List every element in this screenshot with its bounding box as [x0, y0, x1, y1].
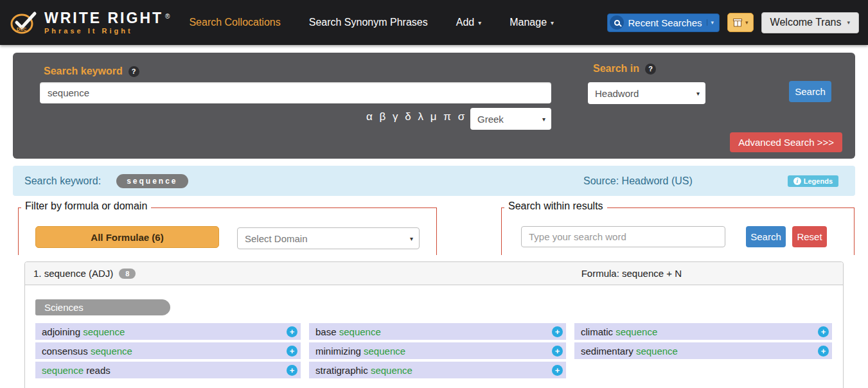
collocation-keyword: sequence [364, 346, 405, 357]
nav-add-menu[interactable]: Add ▾ [456, 17, 482, 28]
collocation-item[interactable]: climatic sequence + [574, 323, 832, 340]
add-collocation-button[interactable]: + [818, 326, 829, 337]
collocation-phrase: adjoining sequence [42, 326, 125, 337]
collocation-item[interactable]: sequence reads + [35, 362, 301, 378]
collocation-item[interactable]: adjoining sequence + [35, 323, 301, 340]
reset-button[interactable]: Reset [792, 226, 827, 247]
help-icon[interactable]: ? [128, 66, 139, 77]
collocation-pre: base [315, 326, 339, 337]
results-container: 1. sequence (ADJ) 8 Formula: sequence + … [24, 261, 844, 388]
search-in-label: Search in [593, 63, 639, 75]
brand-subtitle: Phrase It Right [44, 28, 170, 35]
charset-select-value: Greek [477, 114, 504, 125]
collocation-item[interactable]: sedimentary sequence + [574, 342, 832, 359]
search-in-select-value: Headword [595, 88, 639, 99]
package-menu-button[interactable]: ▾ [727, 13, 754, 32]
result-keyword-label: Search keyword: [24, 175, 101, 187]
filter-section: Filter by formula or domain All Formulae… [13, 201, 855, 258]
collocation-keyword: sequence [616, 326, 657, 337]
caret-down-icon: ▾ [745, 19, 748, 26]
brand-title: WRITE RIGHT [44, 10, 163, 26]
filter-group-label: Filter by formula or domain [21, 200, 151, 212]
add-collocation-button[interactable]: + [552, 326, 563, 337]
search-keyword-label-row: Search keyword ? [44, 66, 139, 77]
search-in-select[interactable]: Headword ▾ [588, 82, 705, 104]
top-right-controls: Recent Searches ▾ ▾ Welcome Trans ▾ [607, 12, 859, 33]
result-info-bar: Search keyword: sequence Source: Headwor… [13, 166, 855, 196]
help-icon[interactable]: ? [645, 64, 656, 75]
recent-searches-label: Recent Searches [628, 17, 702, 28]
recent-searches-button[interactable]: Recent Searches ▾ [607, 13, 720, 32]
advanced-search-button[interactable]: Advanced Search >>> [730, 132, 842, 152]
caret-down-icon: ▾ [847, 19, 850, 26]
add-collocation-button[interactable]: + [552, 346, 563, 357]
collocation-keyword: sequence [636, 346, 678, 357]
collocation-phrase: sequence reads [42, 365, 111, 376]
collocation-post: reads [84, 365, 111, 376]
legends-button[interactable]: i Legends [788, 175, 838, 187]
collocation-keyword: sequence [42, 365, 84, 376]
caret-down-icon: ▾ [478, 19, 481, 26]
logo-check-icon: DCC [9, 10, 39, 35]
search-icon [610, 15, 624, 30]
results-group-title: 1. sequence (ADJ) [33, 268, 113, 279]
caret-down-icon: ▾ [551, 19, 554, 26]
search-panel: Search keyword ? α β γ δ λ μ π σ ω Greek… [13, 53, 855, 159]
caret-down-icon: ▾ [707, 19, 714, 26]
filter-by-formula-group: Filter by formula or domain All Formulae… [18, 207, 437, 255]
add-collocation-button[interactable]: + [552, 365, 563, 376]
collocation-keyword: sequence [83, 326, 125, 337]
package-icon [732, 17, 743, 28]
collocation-pre: adjoining [42, 326, 83, 337]
collocation-grid: adjoining sequence + base sequence + cli… [35, 323, 833, 378]
top-navigation-bar: DCC WRITE RIGHT® Phrase It Right Search … [0, 0, 868, 45]
collocation-phrase: base sequence [315, 326, 381, 337]
source-text: Source: Headword (US) [583, 175, 693, 187]
collocation-phrase: climatic sequence [581, 326, 657, 337]
collocation-item[interactable]: minimizing sequence + [309, 342, 566, 359]
search-within-label: Search within results [504, 200, 607, 212]
nav-label: Search Synonym Phrases [309, 17, 428, 28]
add-collocation-button[interactable]: + [818, 346, 829, 357]
collocation-pre: consensus [42, 346, 91, 357]
search-within-input[interactable] [521, 226, 725, 247]
add-collocation-button[interactable]: + [287, 346, 297, 357]
collocation-phrase: stratigraphic sequence [315, 365, 412, 376]
nav-search-synonym-phrases[interactable]: Search Synonym Phrases [309, 17, 428, 28]
search-keyword-label: Search keyword [44, 66, 123, 77]
nav-manage-menu[interactable]: Manage ▾ [509, 17, 554, 28]
domain-select[interactable]: Select Domain ▾ [237, 227, 420, 249]
greek-letter-buttons[interactable]: α β γ δ λ μ π σ ω [366, 110, 482, 123]
welcome-label: Welcome Trans [770, 17, 842, 28]
collocation-phrase: minimizing sequence [315, 346, 405, 357]
main-nav: Search Collocations Search Synonym Phras… [189, 17, 554, 28]
search-button[interactable]: Search [789, 81, 831, 102]
keyword-input[interactable] [40, 82, 551, 103]
keyword-badge: sequence [116, 174, 188, 188]
search-within-results-group: Search within results Search Reset [501, 207, 855, 255]
collocation-phrase: consensus sequence [42, 346, 132, 357]
nav-search-collocations[interactable]: Search Collocations [189, 17, 280, 28]
charset-select[interactable]: Greek ▾ [470, 108, 551, 130]
all-formulae-button[interactable]: All Formulae (6) [35, 226, 219, 248]
search-within-button[interactable]: Search [746, 226, 786, 247]
welcome-user-menu[interactable]: Welcome Trans ▾ [761, 12, 859, 33]
search-in-label-row: Search in ? [593, 63, 656, 75]
collocation-keyword: sequence [91, 346, 132, 357]
brand-logo[interactable]: DCC WRITE RIGHT® Phrase It Right [9, 10, 170, 35]
caret-down-icon: ▾ [542, 116, 545, 123]
collocation-item[interactable]: stratigraphic sequence + [309, 362, 566, 378]
nav-label: Manage [509, 17, 547, 28]
brand-text: WRITE RIGHT® Phrase It Right [44, 10, 170, 35]
registered-mark: ® [165, 13, 170, 20]
add-collocation-button[interactable]: + [287, 326, 297, 337]
nav-label: Search Collocations [189, 17, 280, 28]
info-icon: i [793, 177, 801, 185]
collocation-item[interactable]: consensus sequence + [35, 342, 301, 359]
collocation-item[interactable]: base sequence + [309, 323, 566, 340]
domain-select-value: Select Domain [245, 233, 308, 244]
caret-down-icon: ▾ [696, 90, 700, 97]
add-collocation-button[interactable]: + [287, 365, 297, 376]
results-body: Sciences adjoining sequence + base seque… [25, 285, 843, 388]
legends-label: Legends [804, 177, 833, 185]
